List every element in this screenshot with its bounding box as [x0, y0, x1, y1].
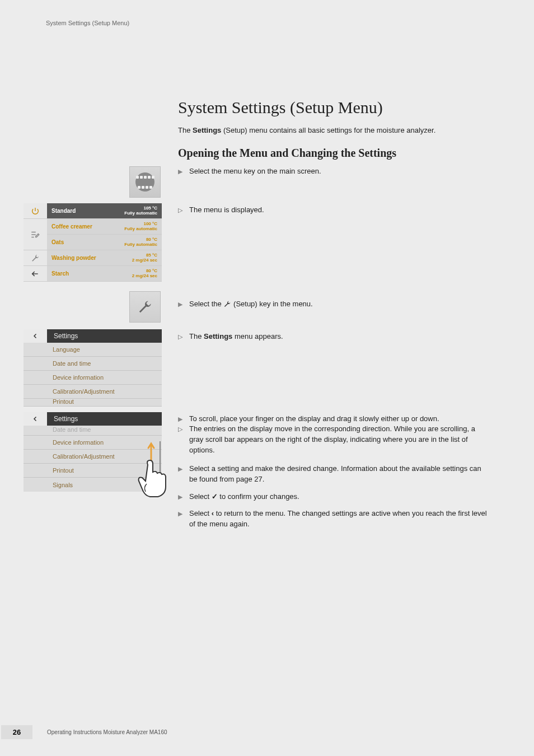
settings-item-printout[interactable]: Printout: [24, 464, 162, 478]
item-name: Washing powder: [51, 255, 96, 261]
item-name: Oats: [51, 239, 64, 245]
step-menu-displayed: ▷ The menu is displayed.: [178, 205, 489, 216]
menu-key-button[interactable]: [129, 166, 161, 198]
triangle-bullet-icon: ▶: [178, 493, 182, 502]
check-icon: [212, 492, 218, 501]
settings-panel-1: Settings Language Date and time Device i…: [24, 329, 162, 407]
intro-paragraph: The Settings (Setup) menu contains all b…: [178, 126, 435, 134]
device-item[interactable]: Washing powder 85 °C2 mg/24 sec: [47, 250, 162, 266]
running-header: System Settings (Setup Menu): [46, 20, 129, 26]
item-name: Standard: [51, 208, 76, 214]
page-title: System Settings (Setup Menu): [178, 98, 383, 117]
settings-item-calibration[interactable]: Calibration/Adjustment: [24, 385, 162, 399]
item-params: 100 °CFully automatic: [124, 222, 157, 232]
setup-key-button[interactable]: [129, 291, 161, 323]
step-scroll-instruction: ▶ To scroll, place your finger on the di…: [178, 414, 489, 424]
item-name: Coffee creamer: [51, 223, 92, 230]
device-menu-screenshot: Standard 105 °CFully automatic Coffee cr…: [24, 203, 162, 282]
step-text: Select the menu key on the main screen.: [189, 166, 321, 177]
triangle-bullet-icon: ▶: [178, 415, 182, 424]
triangle-bullet-icon: ▶: [178, 465, 182, 485]
page-number: 26: [1, 725, 32, 739]
intro-bold: Settings: [193, 126, 221, 134]
settings-title: Settings: [54, 415, 78, 423]
item-params: 105 °CFully automatic: [124, 206, 157, 216]
settings-item[interactable]: Date and time: [24, 426, 162, 436]
settings-item-language[interactable]: Language: [24, 343, 162, 357]
step-select-setting: ▶ Select a setting and make the desired …: [178, 464, 489, 485]
triangle-bullet-icon: ▶: [178, 167, 182, 177]
power-icon[interactable]: [24, 203, 47, 219]
item-name: Starch: [51, 270, 69, 277]
device-item[interactable]: Starch 80 °C2 mg/24 sec: [47, 266, 162, 282]
triangle-bullet-icon: ▶: [178, 510, 182, 530]
step-settings-appears: ▷ The Settings menu appears.: [178, 332, 489, 342]
grid-icon: [135, 172, 154, 192]
wrench-icon: [223, 300, 231, 308]
step-text: The entries on the display move in the c…: [189, 424, 489, 456]
back-arrow-icon[interactable]: [24, 266, 47, 282]
footer-text: Operating Instructions Moisture Analyzer…: [47, 729, 167, 735]
step-text: Select the (Setup) key in the menu.: [189, 299, 313, 310]
settings-item-printout[interactable]: Printout: [24, 399, 162, 407]
settings-panel-2: Settings Date and time Device informatio…: [24, 412, 162, 492]
step-text: Select to confirm your changes.: [189, 492, 299, 502]
item-params: 80 °CFully automatic: [124, 237, 157, 248]
step-text: The menu is displayed.: [189, 205, 264, 216]
item-params: 80 °C2 mg/24 sec: [132, 269, 157, 279]
settings-item-signals[interactable]: Signals: [24, 478, 162, 492]
settings-item-calibration[interactable]: Calibration/Adjustment: [24, 450, 162, 464]
page-footer: 26 Operating Instructions Moisture Analy…: [0, 725, 534, 739]
edit-list-icon[interactable]: [24, 219, 47, 250]
device-item[interactable]: Coffee creamer 100 °CFully automatic: [47, 219, 162, 235]
step-return: ▶ Select ‹ to return to the menu. The ch…: [178, 508, 489, 530]
step-text: To scroll, place your finger on the disp…: [189, 414, 439, 424]
settings-title-bar: Settings: [47, 412, 162, 426]
wrench-icon[interactable]: [24, 250, 47, 266]
step-text: The Settings menu appears.: [189, 332, 283, 342]
section-heading: Opening the Menu and Changing the Settin…: [178, 147, 396, 160]
device-item[interactable]: Oats 80 °CFully automatic: [47, 235, 162, 250]
triangle-bullet-icon: ▶: [178, 300, 182, 310]
settings-title-bar: Settings: [47, 329, 162, 343]
settings-item-device-info[interactable]: Device information: [24, 436, 162, 450]
scroll-arrow-icon: [147, 441, 156, 464]
intro-pre: The: [178, 126, 193, 134]
wrench-icon: [137, 299, 153, 315]
settings-item-date-time[interactable]: Date and time: [24, 357, 162, 371]
back-button[interactable]: [24, 412, 47, 426]
back-button[interactable]: [24, 329, 47, 343]
settings-title: Settings: [54, 332, 78, 340]
settings-item-device-info[interactable]: Device information: [24, 371, 162, 385]
step-select-setup-key: ▶ Select the (Setup) key in the menu.: [178, 299, 489, 310]
hollow-triangle-icon: ▷: [178, 206, 182, 216]
step-text: Select ‹ to return to the menu. The chan…: [189, 508, 489, 530]
device-item-standard[interactable]: Standard 105 °CFully automatic: [47, 203, 162, 219]
scrollbar[interactable]: [160, 441, 161, 486]
step-confirm: ▶ Select to confirm your changes.: [178, 492, 489, 502]
intro-post: (Setup) menu contains all basic settings…: [221, 126, 435, 134]
hollow-triangle-icon: ▷: [178, 333, 182, 342]
item-params: 85 °C2 mg/24 sec: [132, 253, 157, 263]
step-scroll-result: ▷ The entries on the display move in the…: [178, 424, 489, 456]
step-select-menu-key: ▶ Select the menu key on the main screen…: [178, 166, 489, 177]
step-text: Select a setting and make the desired ch…: [189, 464, 489, 485]
hollow-triangle-icon: ▷: [178, 425, 182, 456]
